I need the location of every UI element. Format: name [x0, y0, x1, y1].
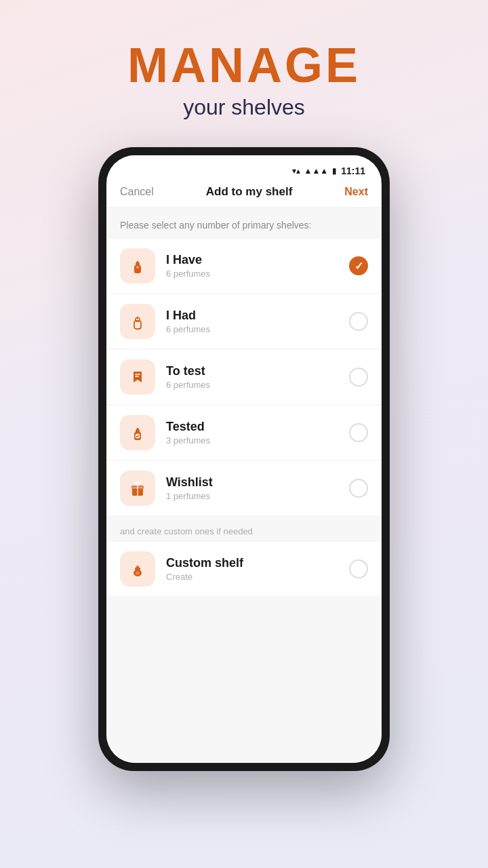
page-header: MANAGE your shelves — [127, 41, 361, 120]
shelf-checkbox-i-have[interactable] — [349, 256, 368, 275]
shelf-checkbox-wishlist[interactable] — [349, 479, 368, 498]
shelf-icon-wrap-to-test — [120, 359, 155, 395]
bottle-plain-icon — [128, 312, 147, 331]
shelf-icon-wrap-wishlist — [120, 471, 155, 506]
shelf-name-i-had: I Had — [166, 309, 349, 323]
shelf-content: Please select any number of primary shel… — [106, 208, 382, 763]
shelf-info-wishlist: Wishlist 1 perfumes — [166, 475, 349, 501]
svg-rect-14 — [132, 488, 143, 489]
custom-section-label: and create custom ones if needed — [106, 517, 382, 542]
shelf-icon-wrap-custom — [120, 551, 155, 587]
shelf-icon-wrap-i-have — [120, 248, 155, 283]
shelf-count-to-test: 6 perfumes — [166, 380, 349, 390]
svg-rect-2 — [137, 261, 139, 263]
battery-icon: ▮ — [332, 166, 337, 176]
status-right: ▾▴ ▲▲▲ ▮ 11:11 — [292, 165, 365, 176]
manage-title: MANAGE — [127, 41, 361, 90]
custom-bottle-icon — [128, 559, 147, 578]
phone-screen: ▾▴ ▲▲▲ ▮ 11:11 Cancel Add to my shelf Ne… — [106, 155, 382, 763]
signal-icon: ▲▲▲ — [304, 166, 329, 176]
shelf-count-i-have: 6 perfumes — [166, 269, 349, 279]
shelf-info-to-test: To test 6 perfumes — [166, 364, 349, 390]
top-nav: Cancel Add to my shelf Next — [106, 180, 382, 208]
shelf-count-tested: 3 perfumes — [166, 435, 349, 446]
shelf-name-wishlist: Wishlist — [166, 475, 349, 490]
shelf-count-wishlist: 1 perfumes — [166, 491, 349, 501]
next-button[interactable]: Next — [344, 186, 368, 198]
shelf-item-custom[interactable]: Custom shelf Create — [106, 542, 382, 596]
shelf-checkbox-custom[interactable] — [349, 559, 368, 578]
shelf-item-tested[interactable]: Tested 3 perfumes — [106, 406, 382, 460]
manage-subtitle: your shelves — [127, 95, 361, 120]
shelf-info-i-have: I Have 6 perfumes — [166, 253, 349, 279]
shelf-info-tested: Tested 3 perfumes — [166, 420, 349, 446]
status-bar: ▾▴ ▲▲▲ ▮ 11:11 — [106, 155, 382, 180]
cancel-button[interactable]: Cancel — [120, 186, 154, 198]
shelf-name-i-have: I Have — [166, 253, 349, 267]
svg-rect-9 — [137, 428, 139, 430]
shelf-item-to-test[interactable]: To test 6 perfumes — [106, 350, 382, 404]
shelf-checkbox-i-had[interactable] — [349, 312, 368, 331]
shelf-item-i-had[interactable]: I Had 6 perfumes — [106, 294, 382, 349]
shelf-name-custom: Custom shelf — [166, 556, 349, 570]
shelf-info-custom: Custom shelf Create — [166, 556, 349, 582]
svg-rect-17 — [137, 566, 139, 568]
shelf-info-i-had: I Had 6 perfumes — [166, 309, 349, 334]
shelf-checkbox-tested[interactable] — [349, 423, 368, 442]
svg-point-3 — [136, 266, 139, 269]
shelf-name-to-test: To test — [166, 364, 349, 378]
shelf-item-wishlist[interactable]: Wishlist 1 perfumes — [106, 461, 382, 515]
primary-section-label: Please select any number of primary shel… — [106, 208, 382, 239]
gift-icon — [128, 479, 147, 498]
shelf-count-i-had: 6 perfumes — [166, 324, 349, 334]
shelf-count-custom: Create — [166, 572, 349, 582]
svg-rect-13 — [137, 486, 138, 496]
bookmark-icon — [128, 368, 147, 387]
status-time: 11:11 — [341, 165, 365, 176]
shelf-item-i-have[interactable]: I Have 6 perfumes — [106, 239, 382, 293]
phone-frame: ▾▴ ▲▲▲ ▮ 11:11 Cancel Add to my shelf Ne… — [98, 147, 390, 771]
shelf-name-tested: Tested — [166, 420, 349, 434]
nav-title: Add to my shelf — [206, 185, 293, 199]
shelf-icon-wrap-i-had — [120, 304, 155, 339]
shelf-icon-wrap-tested — [120, 415, 155, 450]
shelf-checkbox-to-test[interactable] — [349, 368, 368, 387]
bottle-check-icon — [128, 423, 147, 442]
svg-point-18 — [136, 572, 140, 575]
bottle-icon — [128, 256, 147, 275]
svg-rect-6 — [137, 317, 139, 319]
wifi-icon: ▾▴ — [292, 166, 300, 176]
